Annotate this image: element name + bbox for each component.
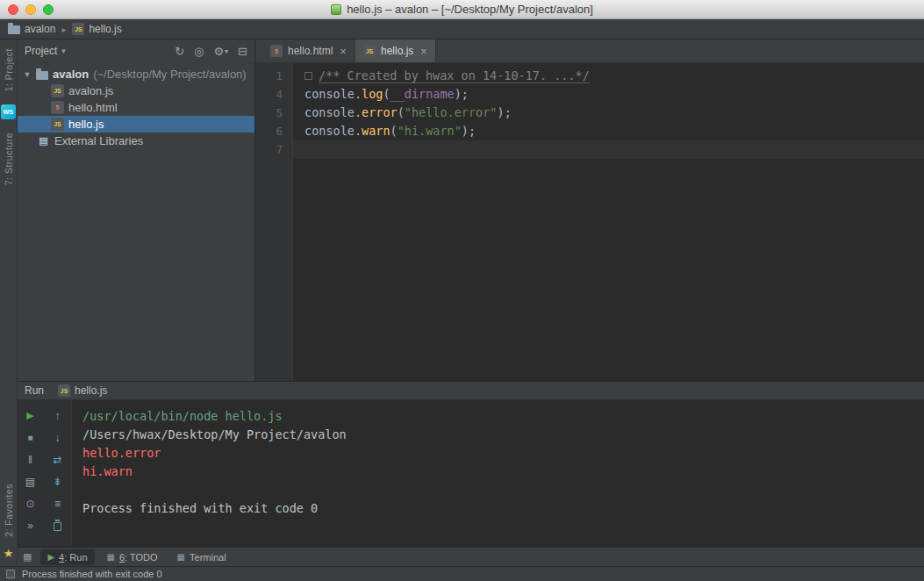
js-file-icon: JS [58,384,70,397]
tree-item-hello-js[interactable]: JShello.js [18,116,254,133]
breadcrumb-separator-icon: ▸ [61,25,66,34]
console-stdout-line: /Users/hwax/Desktop/My Project/avalon [82,426,924,444]
rerun-button[interactable]: ▶ [21,406,40,425]
run-tab-label: hello.js [75,384,107,397]
scroll-to-end-button[interactable]: ⇟ [48,472,68,491]
up-stack-trace-button[interactable]: ↑ [48,406,68,425]
ide-window: hello.js – avalon – [~/Desktop/My Projec… [0,0,924,581]
run-toolbar: ▶ ■ ‖ ▤ ⊙ » ↑ ↓ ⇄ ⇟ ≡ [18,400,72,546]
tab-label: hello.js [381,45,413,57]
expand-arrow-icon[interactable]: ▼ [23,70,32,79]
project-panel-title[interactable]: Project [25,45,57,57]
window-controls [8,4,54,15]
soft-wrap-button[interactable]: ⇄ [48,450,68,469]
breadcrumb-file[interactable]: JShello.js [72,23,121,35]
tree-item-label: hello.html [68,101,118,114]
tool-tab-run[interactable]: ▶4: Run [40,549,94,565]
settings-gear-icon[interactable]: ⚙▾ [213,45,228,58]
code-line-1: 1/** Created by hwax on 14-10-17. ...*/ [255,67,924,85]
titlebar-file-icon [331,4,341,15]
tool-window-bar: ▦ ▶4: Run ▦6: TODO ▦Terminal [18,547,924,566]
code-line-4: 4console.log(__dirname); [255,85,924,104]
tree-item-hello-html[interactable]: 5hello.html [18,99,254,116]
tree-item-external-libraries[interactable]: ▤External Libraries [18,133,254,149]
console-exit-line: Process finished with exit code 0 [82,499,924,518]
minimize-window-button[interactable] [25,4,36,15]
status-message: Process finished with exit code 0 [22,569,162,579]
tool-button-favorites[interactable]: 2: Favorites [4,484,14,537]
code-editor[interactable]: 1/** Created by hwax on 14-10-17. ...*/ … [255,63,924,381]
html-file-icon: 5 [270,45,283,57]
print-button[interactable]: ≡ [48,494,68,513]
editor-area: 5hello.html× JShello.js× 1/** Created by… [255,39,924,381]
html-file-icon: 5 [51,101,64,114]
tree-item-label: hello.js [68,118,104,131]
clear-all-button[interactable] [48,516,68,534]
tool-button-structure[interactable]: 7: Structure [4,133,14,185]
line-number: 4 [255,85,293,104]
tree-item-avalon-js[interactable]: JSavalon.js [18,82,254,99]
library-icon: ▤ [37,134,50,147]
stripe-bottom-group: 2: Favorites ★ [4,484,14,559]
more-options-button[interactable]: » [21,516,40,534]
stop-button[interactable]: ■ [21,428,40,447]
js-file-icon: JS [51,118,64,131]
line-number: 5 [255,104,293,122]
hide-panel-icon[interactable]: ⊟ [238,45,247,58]
code-line-5: 5console.error("hello.error"); [255,104,924,122]
macos-titlebar: hello.js – avalon – [~/Desktop/My Projec… [0,0,924,19]
close-window-button[interactable] [8,4,18,15]
console-stderr-line: hi.warn [82,463,924,481]
console-output[interactable]: /usr/local/bin/node hello.js /Users/hwax… [72,400,924,546]
navigation-bar: avalon ▸ JShello.js [0,19,924,39]
editor-tab-bar: 5hello.html× JShello.js× [255,39,924,63]
breadcrumb-project-label: avalon [25,23,55,35]
favorites-star-icon[interactable]: ★ [4,548,14,559]
sync-icon[interactable]: ↻ [175,45,184,58]
fold-marker-icon[interactable] [304,72,312,80]
run-tool-icon: ▶ [47,552,54,562]
tool-tab-terminal[interactable]: ▦Terminal [170,549,233,565]
down-stack-trace-button[interactable]: ↓ [48,428,68,447]
scroll-from-source-icon[interactable]: ◎ [194,45,204,58]
folded-comment[interactable]: /** Created by hwax on 14-10-17. ...*/ [319,68,590,83]
chevron-down-icon: ▾ [225,47,228,55]
tool-window-switcher-icon[interactable]: ▦ [23,551,32,563]
restore-layout-button[interactable]: ▤ [21,472,40,491]
close-tab-icon[interactable]: × [420,45,427,58]
folder-icon [8,25,20,34]
line-number: 1 [255,67,293,85]
webstorm-logo-icon: WS [1,104,16,119]
close-tab-icon[interactable]: × [340,45,347,58]
todo-tool-icon: ▦ [107,552,115,562]
tree-item-root-avalon[interactable]: ▼avalon(~/Desktop/My Project/avalon) [18,66,254,82]
run-toolbar-left-column: ▶ ■ ‖ ▤ ⊙ » [18,406,43,546]
window-title: hello.js – avalon – [~/Desktop/My Projec… [347,3,593,16]
console-stderr-line: hello.error [82,444,924,463]
run-tab-hello-js[interactable]: JShello.js [58,384,107,397]
js-file-icon: JS [72,23,84,35]
chevron-down-icon[interactable]: ▾ [61,47,66,55]
tree-item-label: External Libraries [54,134,143,147]
pause-output-button[interactable]: ‖ [21,450,40,469]
tool-button-project[interactable]: 1: Project [4,48,14,91]
line-number: 7 [255,140,293,159]
code-line-6: 6console.warn("hi.warn"); [255,122,924,140]
tab-label: hello.html [288,45,333,57]
run-panel-title: Run [25,384,44,397]
tree-item-label: avalon.js [68,84,113,97]
tab-hello-js[interactable]: JShello.js× [355,39,436,62]
run-panel-body: ▶ ■ ‖ ▤ ⊙ » ↑ ↓ ⇄ ⇟ ≡ /usr/local/bin/nod [18,400,924,546]
tool-tab-todo[interactable]: ▦6: TODO [100,549,165,565]
breadcrumb-project[interactable]: avalon [8,23,55,35]
terminal-tool-icon: ▦ [177,552,185,562]
tab-hello-html[interactable]: 5hello.html× [262,39,355,62]
line-number: 6 [255,122,293,140]
status-indicator-icon[interactable] [6,570,15,578]
pin-tab-button[interactable]: ⊙ [21,494,40,513]
folder-icon [36,71,48,80]
js-file-icon: JS [363,45,376,57]
trash-icon [54,522,61,531]
zoom-window-button[interactable] [43,4,54,15]
project-panel-header: Project ▾ ↻ ◎ ⚙▾ ⊟ [18,39,254,63]
